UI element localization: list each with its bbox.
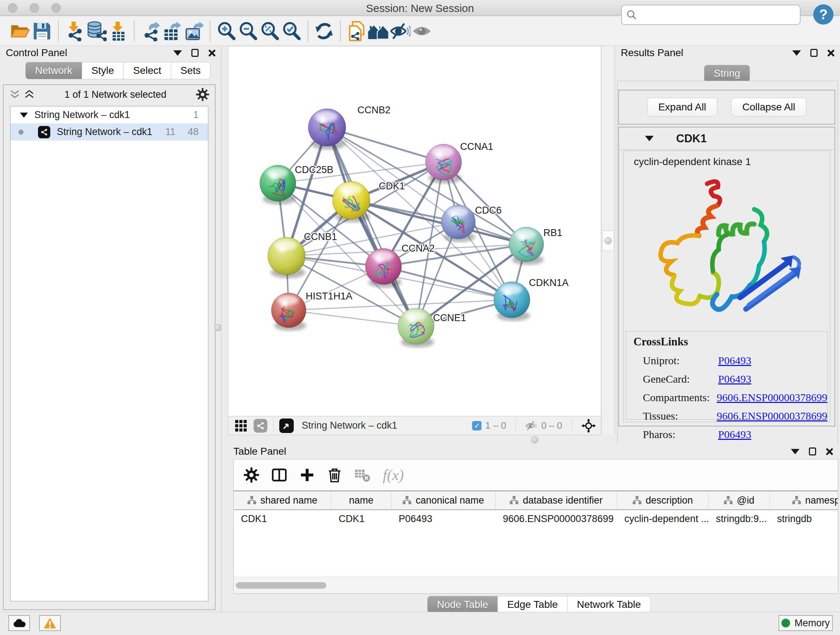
- import-network-file-button[interactable]: [64, 20, 85, 42]
- close-panel-icon[interactable]: [208, 49, 216, 57]
- node-table[interactable]: shared namenamecanonical namedatabase id…: [234, 491, 838, 576]
- protein-section-header[interactable]: CDK1: [619, 127, 835, 150]
- node-label-hist1h1a: HIST1H1A: [306, 291, 352, 302]
- tab-string[interactable]: String: [704, 65, 750, 82]
- horizontal-splitter-handle[interactable]: [531, 436, 538, 443]
- crosslinks-title: CrossLinks: [633, 335, 827, 348]
- table-horizontal-scrollbar[interactable]: [234, 577, 838, 593]
- column-header-shared-name[interactable]: shared name: [234, 491, 332, 509]
- save-session-button[interactable]: [31, 20, 53, 42]
- collapse-tree-icon[interactable]: [20, 112, 28, 118]
- crosslink-link[interactable]: 9606.ENSP00000378699: [717, 391, 827, 404]
- reposition-crosshair-icon[interactable]: [581, 418, 596, 433]
- table-row[interactable]: CDK1CDK1P064939606.ENSP00000378699cyclin…: [234, 510, 838, 527]
- network-view[interactable]: CCNB2CCNA1CDC25BCDK1CDC6RB1CCNB1CCNA2HIS…: [228, 46, 601, 435]
- add-column-icon[interactable]: [300, 467, 315, 483]
- tab-network-table[interactable]: Network Table: [568, 596, 651, 613]
- export-image-icon: [184, 21, 204, 41]
- crosslink-link[interactable]: 9606.ENSP00000378699: [717, 410, 827, 422]
- help-button[interactable]: ?: [813, 4, 834, 25]
- tab-sets[interactable]: Sets: [171, 62, 210, 79]
- vertical-splitter-handle[interactable]: [602, 231, 614, 251]
- gear-icon[interactable]: [196, 88, 209, 101]
- open-session-button[interactable]: [9, 20, 31, 42]
- tab-node-table[interactable]: Node Table: [427, 596, 498, 613]
- column-header-namespace[interactable]: namespace: [770, 491, 838, 509]
- delete-column-icon[interactable]: [327, 467, 342, 483]
- selected-checkbox-icon[interactable]: ✓: [472, 421, 482, 431]
- node-gloss: [431, 147, 454, 157]
- table-gear-icon[interactable]: [244, 467, 259, 483]
- table-cell[interactable]: P06493: [392, 513, 496, 524]
- network-share-view-icon[interactable]: [254, 419, 267, 432]
- table-cell[interactable]: 9606.ENSP00000378699: [496, 513, 617, 524]
- network-collection-row[interactable]: String Network – cdk1 1: [11, 106, 208, 124]
- crosslink-link[interactable]: P06493: [718, 373, 752, 385]
- collapse-all-icon[interactable]: [24, 90, 35, 99]
- export-table-button[interactable]: [161, 20, 183, 42]
- table-cell[interactable]: CDK1: [234, 513, 332, 524]
- string-homes-button[interactable]: [368, 20, 389, 42]
- zoom-selected-button[interactable]: [281, 20, 302, 42]
- node-label-cdc6: CDC6: [475, 205, 502, 216]
- hide-unhide-button[interactable]: [389, 20, 411, 42]
- panel-menu-icon[interactable]: [792, 50, 801, 56]
- table-cell[interactable]: CDK1: [332, 513, 392, 524]
- column-header-name[interactable]: name: [332, 491, 392, 509]
- panel-menu-icon[interactable]: [173, 50, 182, 56]
- search-bar[interactable]: [621, 5, 801, 25]
- node-label-cdkn1a: CDKN1A: [529, 277, 569, 288]
- import-table-file-button[interactable]: [107, 20, 129, 42]
- cloud-icon: [12, 618, 26, 628]
- current-network-dot: [19, 130, 24, 135]
- tab-network[interactable]: Network: [25, 62, 82, 79]
- float-panel-icon[interactable]: [191, 49, 199, 57]
- collapse-section-icon[interactable]: [645, 136, 654, 141]
- float-panel-icon[interactable]: [809, 448, 816, 455]
- expand-all-icon[interactable]: [9, 90, 20, 99]
- column-header-database-identifier[interactable]: database identifier: [496, 491, 617, 509]
- table-cell[interactable]: cyclin-dependent ...: [617, 513, 709, 524]
- network-canvas[interactable]: CCNB2CCNA1CDC25BCDK1CDC6RB1CCNB1CCNA2HIS…: [228, 46, 601, 416]
- zoom-in-button[interactable]: [216, 20, 237, 42]
- scrollbar-thumb[interactable]: [236, 582, 326, 589]
- left-splitter-handle[interactable]: [214, 324, 221, 331]
- zoom-out-button[interactable]: [237, 20, 259, 42]
- table-cell[interactable]: stringdb: [770, 513, 838, 524]
- expand-all-button[interactable]: Expand All: [647, 98, 717, 117]
- search-input[interactable]: [637, 10, 789, 21]
- tab-select[interactable]: Select: [124, 62, 171, 79]
- column-header-canonical-name[interactable]: canonical name: [392, 491, 496, 509]
- export-network-button[interactable]: [140, 20, 161, 42]
- table-cell[interactable]: stringdb:9...: [709, 513, 770, 524]
- crosslink-link[interactable]: P06493: [718, 428, 752, 440]
- import-network-database-button[interactable]: [85, 20, 107, 42]
- hierarchy-icon: [403, 496, 411, 505]
- crosslink-link[interactable]: P06493: [718, 355, 752, 367]
- network-row-selected[interactable]: String Network – cdk1 11 48: [11, 124, 208, 141]
- zoom-fit-button[interactable]: [259, 20, 281, 42]
- show-columns-icon[interactable]: [271, 467, 287, 483]
- close-panel-icon[interactable]: [826, 448, 834, 455]
- close-panel-icon[interactable]: [827, 49, 835, 57]
- show-graphics-button[interactable]: [411, 20, 433, 42]
- warning-status-button[interactable]: [39, 615, 61, 631]
- vertical-splitter[interactable]: [601, 46, 615, 435]
- string-copy-network-button[interactable]: [346, 20, 368, 42]
- network-edge[interactable]: [289, 310, 416, 326]
- refresh-button[interactable]: [313, 20, 335, 42]
- houses-icon: [368, 22, 389, 41]
- cloud-status-button[interactable]: [8, 615, 30, 631]
- node-gloss: [277, 295, 299, 305]
- tab-edge-table[interactable]: Edge Table: [498, 596, 568, 613]
- grid-view-icon[interactable]: [235, 420, 247, 432]
- float-panel-icon[interactable]: [810, 49, 818, 57]
- birds-eye-view-icon[interactable]: [279, 418, 294, 433]
- collapse-all-button[interactable]: Collapse All: [731, 98, 806, 117]
- panel-menu-icon[interactable]: [791, 449, 799, 454]
- memory-status-button[interactable]: Memory: [778, 615, 833, 631]
- tab-style[interactable]: Style: [82, 62, 124, 79]
- column-header-description[interactable]: description: [617, 491, 709, 509]
- column-header--id[interactable]: @id: [709, 491, 770, 509]
- export-image-button[interactable]: [183, 20, 205, 42]
